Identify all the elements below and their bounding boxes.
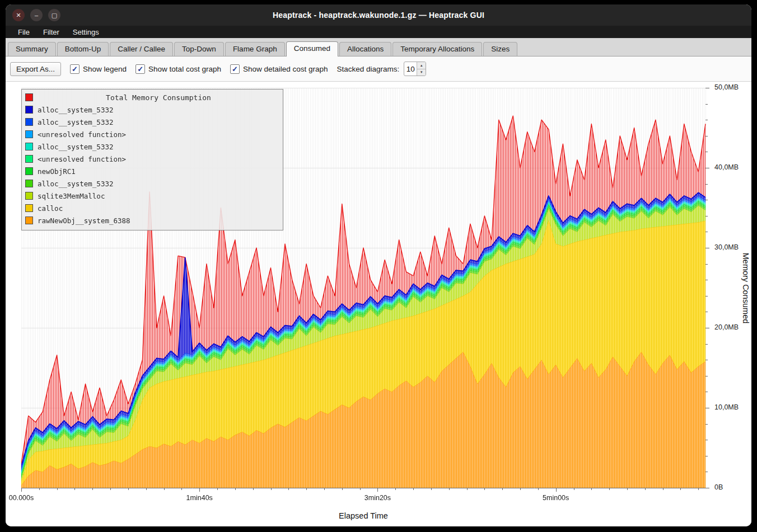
legend-swatch [25,192,33,200]
tab-caller-callee[interactable]: Caller / Callee [110,42,173,56]
x-tick-label: 00.000s [9,494,34,502]
menu-filter[interactable]: Filter [38,27,65,37]
checkbox-label: Show detailed cost graph [243,65,328,73]
tab-allocations[interactable]: Allocations [339,42,391,56]
y-tick-label: 50,0MB [714,83,739,91]
x-tick-label: 3min20s [365,494,391,502]
x-axis-title: Elapsed Time [339,511,388,520]
legend-row: <unresolved function> [25,128,279,140]
tab-bottom-up[interactable]: Bottom-Up [57,42,109,56]
legend-label: alloc__system_5332 [38,143,113,151]
legend-label: newObjRC1 [38,167,76,176]
legend-row: <unresolved function> [25,153,279,165]
menu-settings[interactable]: Settings [67,27,105,37]
menu-file[interactable]: File [12,27,35,37]
checkbox-group: ✓Show legend✓Show total cost graph✓Show … [70,64,328,74]
y-axis-title: Memory Consumed [741,252,750,323]
chart-legend: Total Memory Consumptionalloc__system_53… [21,89,283,230]
legend-swatch [25,180,33,187]
legend-swatch [25,167,33,175]
legend-row: alloc__system_5332 [25,177,279,190]
legend-title-row: Total Memory Consumption [25,91,279,103]
y-tick-label: 10,0MB [714,403,739,411]
legend-swatch [25,118,33,126]
legend-row: alloc__system_5332 [25,116,279,128]
maximize-icon: ▢ [52,12,57,18]
minimize-button[interactable]: – [30,9,43,21]
legend-label: alloc__system_5332 [38,180,113,188]
tab-sizes[interactable]: Sizes [483,42,517,56]
legend-row: rawNewObj__system_6388 [25,214,279,227]
legend-label: calloc [38,204,63,213]
stacked-diagrams-label: Stacked diagrams: [337,65,400,73]
tab-bar: SummaryBottom-UpCaller / CalleeTop-DownF… [6,38,751,57]
maximize-button[interactable]: ▢ [48,9,60,21]
y-tick-label: 40,0MB [714,163,739,171]
legend-label: sqlite3MemMalloc [38,192,105,200]
close-icon: ✕ [16,12,21,18]
checkbox-icon: ✓ [230,64,240,74]
legend-swatch [25,155,33,163]
spin-down-button[interactable]: ▼ [417,69,426,76]
toolbar: Export As... ✓Show legend✓Show total cos… [6,57,751,82]
menu-bar: FileFilterSettings [6,26,751,38]
stacked-diagrams-spinbox[interactable]: 10 ▲ ▼ [404,62,426,76]
checkbox-label: Show total cost graph [148,65,221,73]
tab-summary[interactable]: Summary [8,42,56,56]
checkbox-show-detailed-cost-graph[interactable]: ✓Show detailed cost graph [230,64,328,74]
title-bar[interactable]: ✕ – ▢ Heaptrack - heaptrack.wakunode.1.g… [6,4,751,26]
checkbox-icon: ✓ [70,64,80,74]
y-tick-label: 30,0MB [714,243,739,251]
window-controls: ✕ – ▢ [12,4,60,26]
legend-swatch [25,130,33,138]
stacked-diagrams-value[interactable]: 10 [404,62,417,76]
x-tick-label: 5min00s [543,494,569,502]
legend-row: alloc__system_5332 [25,140,279,153]
legend-row: calloc [25,202,279,214]
legend-swatch [25,106,33,114]
y-tick-label: 20,0MB [714,323,739,331]
tab-top-down[interactable]: Top-Down [174,42,224,56]
checkbox-show-legend[interactable]: ✓Show legend [70,64,127,74]
legend-row: sqlite3MemMalloc [25,190,279,202]
legend-total-swatch [25,93,33,101]
legend-swatch [25,216,33,224]
legend-label: rawNewObj__system_6388 [38,216,130,225]
tab-temporary-allocations[interactable]: Temporary Allocations [392,42,482,56]
legend-label: <unresolved function> [38,130,126,139]
spin-buttons: ▲ ▼ [417,62,426,76]
legend-row: alloc__system_5332 [25,103,279,116]
close-button[interactable]: ✕ [12,9,25,21]
heaptrack-window: ✕ – ▢ Heaptrack - heaptrack.wakunode.1.g… [6,4,751,526]
stacked-diagrams-control: Stacked diagrams: 10 ▲ ▼ [337,62,427,76]
legend-row: newObjRC1 [25,165,279,177]
spin-up-button[interactable]: ▲ [417,62,426,69]
tab-consumed[interactable]: Consumed [286,41,338,57]
legend-label: <unresolved function> [38,155,126,163]
legend-title: Total Memory Consumption [38,93,279,102]
legend-swatch [25,204,33,212]
checkbox-label: Show legend [83,65,127,73]
export-as-button[interactable]: Export As... [10,62,61,76]
minimize-icon: – [35,12,38,18]
spin-up-icon: ▲ [420,64,423,67]
tab-flame-graph[interactable]: Flame Graph [225,42,285,56]
checkbox-show-total-cost-graph[interactable]: ✓Show total cost graph [135,64,221,74]
legend-swatch [25,143,33,150]
checkbox-icon: ✓ [135,64,145,74]
legend-label: alloc__system_5332 [38,118,113,126]
legend-label: alloc__system_5332 [38,106,113,114]
y-tick-label: 0B [714,483,723,491]
window-title: Heaptrack - heaptrack.wakunode.1.gz — He… [273,11,484,20]
chart-area: Total Memory Consumptionalloc__system_53… [6,82,751,526]
spin-down-icon: ▼ [420,70,423,74]
x-tick-label: 1min40s [186,494,213,502]
